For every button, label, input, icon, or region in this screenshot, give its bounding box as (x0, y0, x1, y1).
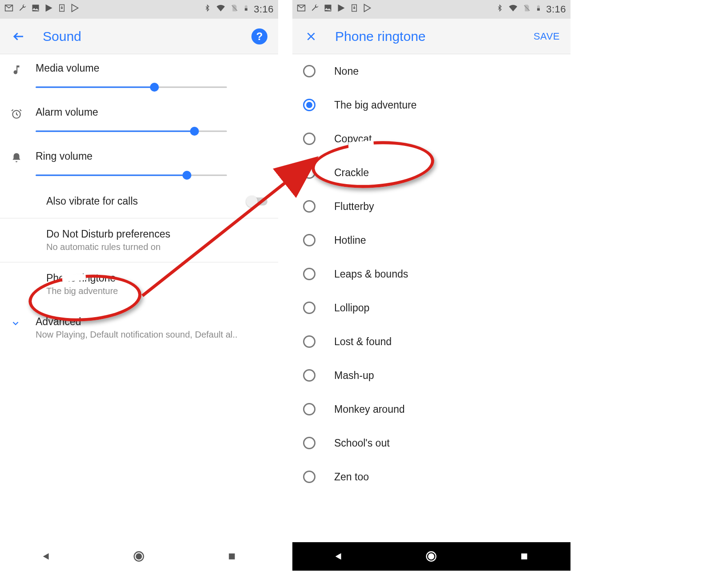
sound-settings-content: Media volume Alarm volume (0, 54, 278, 542)
radio-button[interactable] (303, 302, 316, 314)
alarm-icon (11, 106, 36, 120)
radio-button[interactable] (303, 437, 316, 449)
ringtone-label: Flutterby (334, 201, 374, 213)
phone-ringtone-title: Phone ringtone (46, 272, 267, 284)
ringtone-option[interactable]: Leaps & bounds (292, 257, 570, 291)
ringtone-label: The big adventure (334, 99, 417, 111)
vibrate-row[interactable]: Also vibrate for calls (0, 186, 278, 218)
media-volume-slider[interactable] (36, 81, 227, 94)
radio-button[interactable] (303, 133, 316, 145)
gmail-icon (297, 4, 306, 15)
ringtone-option[interactable]: None (292, 54, 570, 88)
ringtone-option[interactable]: Flutterby (292, 189, 570, 223)
back-button[interactable] (11, 28, 27, 44)
nav-recent-button[interactable] (515, 548, 533, 565)
status-icons-left (297, 4, 372, 15)
bluetooth-icon (496, 3, 503, 16)
phone-right-ringtone-picker: 3:16 Phone ringtone SAVE NoneThe big adv… (292, 0, 570, 571)
system-nav-bar (0, 542, 278, 571)
phone-ringtone-sub: The big adventure (46, 286, 267, 296)
page-title: Phone ringtone (335, 29, 426, 44)
gmail-icon (4, 4, 13, 15)
ringtone-label: Zen too (334, 471, 369, 483)
status-icons-left (4, 4, 79, 15)
radio-button[interactable] (303, 403, 316, 415)
radio-button[interactable] (303, 99, 316, 111)
ringtone-label: Monkey around (334, 403, 405, 415)
ringtone-list[interactable]: NoneThe big adventureCopycatCrackleFlutt… (292, 54, 570, 542)
ringtone-label: Hotline (334, 234, 366, 246)
bluetooth-icon (204, 3, 211, 16)
chevron-down-icon (11, 316, 36, 328)
radio-button[interactable] (303, 369, 316, 382)
radio-button[interactable] (303, 268, 316, 280)
svg-point-8 (137, 554, 142, 559)
svg-rect-14 (538, 5, 539, 6)
help-button[interactable]: ? (251, 28, 267, 44)
ring-volume-slider[interactable] (36, 169, 227, 182)
radio-button[interactable] (303, 234, 316, 246)
radio-button[interactable] (303, 471, 316, 483)
ring-volume-label: Ring volume (36, 150, 267, 162)
app-bar: Sound ? (0, 19, 278, 54)
ringtone-option[interactable]: Lollipop (292, 291, 570, 325)
save-button[interactable]: SAVE (534, 31, 560, 42)
status-time: 3:16 (546, 4, 566, 15)
radio-button[interactable] (303, 200, 316, 213)
system-nav-bar (292, 542, 570, 571)
ringtone-label: Lollipop (334, 302, 369, 314)
ringtone-option[interactable]: Hotline (292, 223, 570, 257)
nav-back-button[interactable] (330, 548, 348, 565)
nav-home-button[interactable] (422, 548, 440, 565)
nav-recent-button[interactable] (223, 548, 241, 565)
svg-rect-15 (537, 8, 540, 11)
download-icon (350, 4, 358, 15)
ringtone-option[interactable]: Monkey around (292, 392, 570, 426)
ringtone-label: Lost & found (334, 336, 392, 348)
status-bar: 3:16 (0, 0, 278, 19)
battery-icon (535, 3, 542, 16)
alarm-volume-label: Alarm volume (36, 106, 267, 118)
no-sim-icon (523, 3, 531, 16)
phone-ringtone-item[interactable]: Phone ringtone The big adventure (0, 262, 278, 306)
radio-button[interactable] (303, 335, 316, 348)
close-button[interactable] (303, 28, 319, 44)
dnd-title: Do Not Disturb preferences (46, 228, 267, 240)
advanced-title: Advanced (36, 316, 238, 328)
nav-back-button[interactable] (37, 548, 55, 565)
ringtone-option[interactable]: Mash-up (292, 358, 570, 392)
advanced-item[interactable]: Advanced Now Playing, Default notificati… (0, 306, 278, 350)
phone-left-sound-settings: 3:16 Sound ? Media volume (0, 0, 278, 571)
nav-home-button[interactable] (130, 548, 148, 565)
ringtone-label: Leaps & bounds (334, 268, 408, 280)
ringtone-label: Copycat (334, 133, 372, 145)
wifi-icon (215, 4, 226, 15)
battery-icon (243, 3, 249, 16)
play-outline-icon (70, 4, 79, 15)
svg-rect-5 (245, 8, 247, 11)
radio-button[interactable] (303, 65, 316, 77)
ring-volume-row: Ring volume (0, 142, 278, 186)
ringtone-option[interactable]: Zen too (292, 460, 570, 494)
wifi-icon (508, 4, 518, 15)
bell-icon (11, 150, 36, 164)
dnd-sub: No automatic rules turned on (46, 242, 267, 252)
ringtone-option[interactable]: Crackle (292, 156, 570, 189)
ringtone-option[interactable]: School's out (292, 426, 570, 460)
radio-button[interactable] (303, 166, 316, 179)
dnd-item[interactable]: Do Not Disturb preferences No automatic … (0, 218, 278, 262)
svg-rect-9 (229, 553, 235, 559)
ringtone-option[interactable]: Copycat (292, 122, 570, 156)
play-outline-icon (363, 4, 372, 15)
status-icons-right: 3:16 (496, 3, 566, 16)
svg-rect-4 (246, 5, 247, 6)
no-sim-icon (231, 3, 239, 16)
svg-point-17 (429, 554, 434, 559)
ringtone-option[interactable]: The big adventure (292, 88, 570, 122)
alarm-volume-slider[interactable] (36, 125, 227, 138)
play-icon (337, 4, 346, 15)
download-icon (58, 4, 66, 15)
status-bar: 3:16 (292, 0, 570, 19)
vibrate-switch[interactable] (247, 197, 267, 205)
ringtone-option[interactable]: Lost & found (292, 325, 570, 358)
